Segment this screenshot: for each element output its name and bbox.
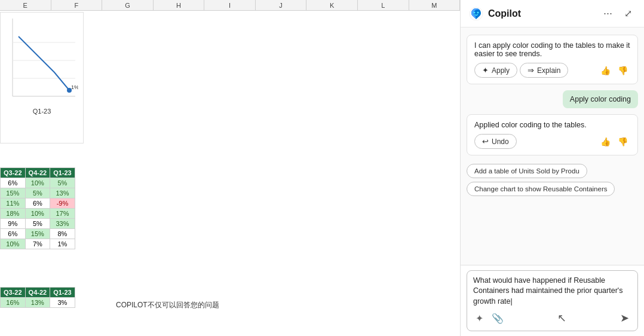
- table-cell: 5%: [50, 178, 75, 188]
- apply-button[interactable]: ✦ Apply: [474, 63, 517, 78]
- thumbs-up-2[interactable]: 👍: [598, 136, 613, 148]
- input-text: What would have happened if Reusable Con…: [473, 276, 631, 307]
- table-cell: 13%: [50, 188, 75, 198]
- message-assistant-2: Applied color coding to the tables. ↩ Un…: [467, 114, 638, 155]
- svg-point-9: [477, 11, 479, 13]
- apply-icon: ✦: [482, 66, 489, 75]
- table1-header-q1: Q1-23: [50, 168, 75, 178]
- apply-label: Apply: [492, 66, 510, 75]
- col-header-m: M: [409, 0, 461, 10]
- table-cell: 10%: [25, 209, 50, 219]
- col-header-e: E: [0, 0, 51, 10]
- message-assistant-1: I can apply color coding to the tables t…: [467, 35, 638, 84]
- message-text-2: Applied color coding to the tables.: [474, 121, 630, 129]
- explain-button[interactable]: ⇒ Explain: [520, 63, 568, 78]
- table-cell: 3%: [50, 298, 75, 308]
- table2: Q3-22 Q4-22 Q1-23 16%13%3%: [0, 287, 75, 308]
- undo-label: Undo: [492, 138, 509, 146]
- col-header-l: L: [358, 0, 409, 10]
- copilot-input-area: What would have happened if Reusable Con…: [461, 265, 644, 337]
- undo-button[interactable]: ↩ Undo: [474, 134, 517, 149]
- table-cell: 8%: [50, 229, 75, 239]
- chip-units-table[interactable]: Add a table of Units Sold by Produ: [467, 164, 587, 178]
- message-user-1: Apply color coding: [563, 90, 638, 108]
- table-cell: 6%: [25, 198, 50, 209]
- cursor-icon: ↖: [557, 311, 566, 325]
- sparkle-button[interactable]: ✦: [473, 311, 486, 325]
- table-row: 18%10%17%: [1, 209, 75, 219]
- explain-label: Explain: [537, 66, 560, 75]
- message-text-1: I can apply color coding to the tables t…: [474, 41, 630, 58]
- table-row: 16%13%3%: [1, 298, 75, 308]
- table2-header-q1: Q1-23: [50, 288, 75, 298]
- table-row: 11%6%-9%: [1, 198, 75, 209]
- table1-header-q3: Q3-22: [1, 168, 26, 178]
- copilot-expand-button[interactable]: ⤢: [621, 7, 636, 20]
- table-cell: 5%: [25, 219, 50, 229]
- table-cell: -9%: [50, 198, 75, 209]
- table-cell: 7%: [25, 239, 50, 249]
- suggestion-chips: Add a table of Units Sold by Produ Chang…: [467, 161, 638, 198]
- table-row: 6%15%8%: [1, 229, 75, 239]
- table-cell: 10%: [25, 178, 50, 188]
- thumbs-down-1[interactable]: 👎: [615, 65, 630, 77]
- col-header-g: G: [102, 0, 154, 10]
- table-row: 10%7%1%: [1, 239, 75, 249]
- excel-subtitle: COPILOT不仅可以回答您的问题: [114, 299, 222, 311]
- chart-label: Q1-23: [1, 108, 83, 115]
- input-box[interactable]: What would have happened if Reusable Con…: [467, 270, 638, 332]
- col-header-h: H: [154, 0, 205, 10]
- table-cell: 1%: [50, 239, 75, 249]
- svg-text:1%: 1%: [71, 84, 78, 90]
- col-header-f: F: [51, 0, 103, 10]
- excel-area: EFGHIJKLM 1% Q1-23 Q3-22 Q4-22: [0, 0, 460, 336]
- table-cell: 10%: [1, 239, 26, 249]
- table-cell: 33%: [50, 219, 75, 229]
- thumbs-up-1[interactable]: 👍: [598, 65, 613, 77]
- table-row: 15%5%13%: [1, 188, 75, 198]
- line-chart: 1%: [1, 13, 78, 108]
- attach-button[interactable]: 📎: [489, 311, 506, 325]
- chart-container: 1% Q1-23: [0, 12, 84, 143]
- thumbs-1: 👍 👎: [598, 65, 630, 77]
- table-cell: 13%: [25, 298, 50, 308]
- table1-header-q4: Q4-22: [25, 168, 50, 178]
- table-cell: 6%: [1, 178, 26, 188]
- table-row: 6%10%5%: [1, 178, 75, 188]
- table-cell: 17%: [50, 209, 75, 219]
- send-button[interactable]: ➤: [618, 310, 631, 326]
- table-cell: 5%: [25, 188, 50, 198]
- table-cell: 18%: [1, 209, 26, 219]
- thumbs-2: 👍 👎: [598, 136, 630, 148]
- table-cell: 16%: [1, 298, 26, 308]
- table-row: 9%5%33%: [1, 219, 75, 229]
- table-cell: 6%: [1, 229, 26, 239]
- column-headers: EFGHIJKLM: [0, 0, 460, 11]
- table-cell: 9%: [1, 219, 26, 229]
- col-header-k: K: [306, 0, 358, 10]
- thumbs-down-2[interactable]: 👎: [615, 136, 630, 148]
- svg-point-8: [474, 11, 476, 13]
- input-actions: ✦ 📎 ↖ ➤: [473, 310, 631, 326]
- chip-chart-containers[interactable]: Change chart to show Reusable Containers: [467, 182, 615, 196]
- undo-icon: ↩: [482, 137, 489, 146]
- message-actions-1: ✦ Apply ⇒ Explain 👍 👎: [474, 63, 630, 78]
- copilot-title: Copilot: [488, 8, 595, 19]
- explain-icon: ⇒: [528, 66, 534, 75]
- table-cell: 15%: [25, 229, 50, 239]
- copilot-logo: [469, 7, 483, 21]
- message-actions-2: ↩ Undo 👍 👎: [474, 134, 630, 149]
- copilot-chat: I can apply color coding to the tables t…: [461, 28, 644, 265]
- copilot-panel: Copilot ··· ⤢ I can apply color coding t…: [460, 0, 644, 336]
- table2-header-q4: Q4-22: [25, 288, 50, 298]
- user-message-text-1: Apply color coding: [570, 95, 631, 103]
- copilot-header: Copilot ··· ⤢: [461, 0, 644, 28]
- table-cell: 15%: [1, 188, 26, 198]
- copilot-menu-button[interactable]: ···: [600, 6, 616, 21]
- col-header-i: I: [204, 0, 256, 10]
- table2-header-q3: Q3-22: [1, 288, 26, 298]
- table-cell: 11%: [1, 198, 26, 209]
- table1: Q3-22 Q4-22 Q1-23 6%10%5%15%5%13%11%6%-9…: [0, 167, 75, 249]
- col-header-j: J: [256, 0, 307, 10]
